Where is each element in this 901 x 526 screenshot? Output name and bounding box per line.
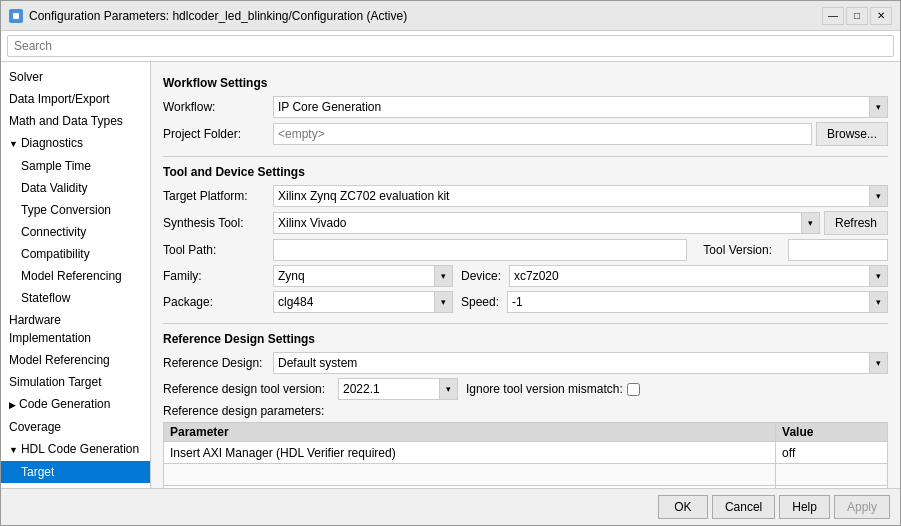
- footer: OK Cancel Help Apply: [1, 488, 900, 525]
- sidebar-item-model-referencing[interactable]: Model Referencing: [1, 349, 150, 371]
- ref-design-arrow[interactable]: ▾: [869, 353, 887, 373]
- target-platform-row: Target Platform: Xilinx Zynq ZC702 evalu…: [163, 185, 888, 207]
- project-folder-input[interactable]: [273, 123, 812, 145]
- svg-rect-1: [13, 13, 19, 19]
- target-platform-arrow[interactable]: ▾: [869, 186, 887, 206]
- tool-version-label: Tool Version:: [703, 243, 772, 257]
- sidebar: Solver Data Import/Export Math and Data …: [1, 62, 151, 488]
- sidebar-item-sim-target[interactable]: Simulation Target: [1, 371, 150, 393]
- expand-icon-code: ▶: [9, 396, 16, 414]
- params-title: Reference design parameters:: [163, 404, 888, 418]
- workflow-settings-section: Workflow Settings Workflow: IP Core Gene…: [163, 76, 888, 146]
- synthesis-tool-arrow[interactable]: ▾: [801, 213, 819, 233]
- device-select[interactable]: xc7z020 ▾: [509, 265, 888, 287]
- workflow-select-arrow[interactable]: ▾: [869, 97, 887, 117]
- project-folder-control: Browse...: [273, 122, 888, 146]
- family-select[interactable]: Zynq ▾: [273, 265, 453, 287]
- workflow-settings-title: Workflow Settings: [163, 76, 888, 90]
- target-platform-value: Xilinx Zynq ZC702 evaluation kit: [274, 189, 869, 203]
- ref-version-arrow[interactable]: ▾: [439, 379, 457, 399]
- sidebar-item-type-conversion[interactable]: Type Conversion: [1, 199, 150, 221]
- tool-version-input[interactable]: [788, 239, 888, 261]
- device-label: Device:: [461, 269, 501, 283]
- main-window: Configuration Parameters: hdlcoder_led_b…: [0, 0, 901, 526]
- ok-button[interactable]: OK: [658, 495, 708, 519]
- synthesis-tool-label: Synthesis Tool:: [163, 216, 273, 230]
- workflow-label: Workflow:: [163, 100, 273, 114]
- app-icon: [9, 9, 23, 23]
- ignore-mismatch-text: Ignore tool version mismatch:: [466, 382, 623, 396]
- synthesis-tool-row: Synthesis Tool: Xilinx Vivado ▾ Refresh: [163, 211, 888, 235]
- sidebar-item-coverage[interactable]: Coverage: [1, 416, 150, 438]
- divider-2: [163, 323, 888, 324]
- speed-select[interactable]: -1 ▾: [507, 291, 888, 313]
- sidebar-item-data-import[interactable]: Data Import/Export: [1, 88, 150, 110]
- family-arrow[interactable]: ▾: [434, 266, 452, 286]
- tool-path-input[interactable]: [273, 239, 687, 261]
- speed-label: Speed:: [461, 295, 499, 309]
- synthesis-tool-control: Xilinx Vivado ▾ Refresh: [273, 211, 888, 235]
- cancel-button[interactable]: Cancel: [712, 495, 775, 519]
- ref-version-row: Reference design tool version: 2022.1 ▾ …: [163, 378, 888, 400]
- sidebar-item-target[interactable]: Target: [1, 461, 150, 483]
- param-name-0: Insert AXI Manager (HDL Verifier require…: [164, 442, 776, 464]
- divider-1: [163, 156, 888, 157]
- minimize-button[interactable]: —: [822, 7, 844, 25]
- sidebar-item-model-referencing-diag[interactable]: Model Referencing: [1, 265, 150, 287]
- params-table: Parameter Value Insert AXI Manager (HDL …: [163, 422, 888, 488]
- refresh-button[interactable]: Refresh: [824, 211, 888, 235]
- ignore-mismatch-label: Ignore tool version mismatch:: [466, 382, 640, 396]
- param-value-1: [776, 464, 888, 486]
- search-input[interactable]: [7, 35, 894, 57]
- ref-version-select[interactable]: 2022.1 ▾: [338, 378, 458, 400]
- sidebar-item-diagnostics[interactable]: ▼Diagnostics: [1, 132, 150, 155]
- param-name-1: [164, 464, 776, 486]
- ignore-mismatch-checkbox[interactable]: [627, 383, 640, 396]
- project-folder-label: Project Folder:: [163, 127, 273, 141]
- speed-arrow[interactable]: ▾: [869, 292, 887, 312]
- params-header-parameter: Parameter: [164, 423, 776, 442]
- tool-path-control: Tool Version:: [273, 239, 888, 261]
- sidebar-item-hdl-code-gen[interactable]: ▼HDL Code Generation: [1, 438, 150, 461]
- ref-design-row: Reference Design: Default system ▾: [163, 352, 888, 374]
- tool-device-title: Tool and Device Settings: [163, 165, 888, 179]
- workflow-control: IP Core Generation ▾: [273, 96, 888, 118]
- apply-button[interactable]: Apply: [834, 495, 890, 519]
- ref-design-value: Default system: [274, 356, 869, 370]
- device-arrow[interactable]: ▾: [869, 266, 887, 286]
- package-control: clg484 ▾ Speed: -1 ▾: [273, 291, 888, 313]
- table-row: Insert AXI Manager (HDL Verifier require…: [164, 442, 888, 464]
- sidebar-item-compatibility[interactable]: Compatibility: [1, 243, 150, 265]
- sidebar-item-stateflow[interactable]: Stateflow: [1, 287, 150, 309]
- workflow-select[interactable]: IP Core Generation ▾: [273, 96, 888, 118]
- package-select[interactable]: clg484 ▾: [273, 291, 453, 313]
- sidebar-item-data-validity[interactable]: Data Validity: [1, 177, 150, 199]
- family-control: Zynq ▾ Device: xc7z020 ▾: [273, 265, 888, 287]
- target-platform-control: Xilinx Zynq ZC702 evaluation kit ▾: [273, 185, 888, 207]
- browse-button[interactable]: Browse...: [816, 122, 888, 146]
- table-row: [164, 464, 888, 486]
- family-value: Zynq: [274, 269, 434, 283]
- sidebar-item-math-data[interactable]: Math and Data Types: [1, 110, 150, 132]
- sidebar-item-solver[interactable]: Solver: [1, 66, 150, 88]
- expand-icon: ▼: [9, 135, 18, 153]
- ref-design-select[interactable]: Default system ▾: [273, 352, 888, 374]
- ref-design-control: Default system ▾: [273, 352, 888, 374]
- sidebar-item-code-gen[interactable]: ▶Code Generation: [1, 393, 150, 416]
- package-value: clg484: [274, 295, 434, 309]
- ref-version-control: 2022.1 ▾ Ignore tool version mismatch:: [338, 378, 888, 400]
- synthesis-tool-select[interactable]: Xilinx Vivado ▾: [273, 212, 820, 234]
- sidebar-item-hardware-impl[interactable]: Hardware Implementation: [1, 309, 150, 349]
- param-value-0: off: [776, 442, 888, 464]
- workflow-row: Workflow: IP Core Generation ▾: [163, 96, 888, 118]
- close-button[interactable]: ✕: [870, 7, 892, 25]
- device-value: xc7z020: [510, 269, 869, 283]
- package-arrow[interactable]: ▾: [434, 292, 452, 312]
- package-label: Package:: [163, 295, 273, 309]
- maximize-button[interactable]: □: [846, 7, 868, 25]
- target-platform-select[interactable]: Xilinx Zynq ZC702 evaluation kit ▾: [273, 185, 888, 207]
- sidebar-item-sample-time[interactable]: Sample Time: [1, 155, 150, 177]
- main-content: Solver Data Import/Export Math and Data …: [1, 62, 900, 488]
- help-button[interactable]: Help: [779, 495, 830, 519]
- sidebar-item-connectivity[interactable]: Connectivity: [1, 221, 150, 243]
